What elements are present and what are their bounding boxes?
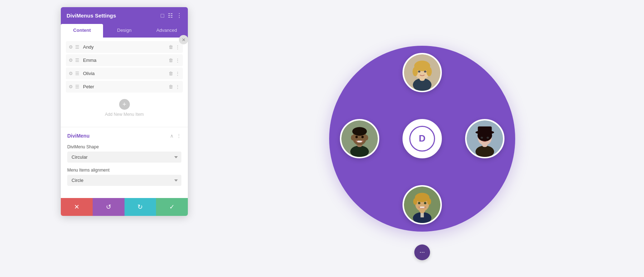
svg-point-6 [426, 67, 432, 76]
delete-icon[interactable]: 🗑 [169, 58, 173, 63]
shape-select[interactable]: Circular Square [67, 152, 181, 163]
item-icons-right: 🗑 ⋮ [169, 84, 180, 89]
duplicate-icon[interactable]: ☰ [75, 84, 79, 89]
trigger-button[interactable]: ··· [414, 244, 430, 260]
menu-item-olivia: ⚙ ☰ Olivia 🗑 ⋮ [66, 68, 183, 79]
svg-point-8 [424, 70, 426, 73]
more-icon[interactable]: ⋮ [175, 71, 180, 76]
avatar-bottom[interactable] [402, 185, 442, 224]
big-purple-circle: D [329, 46, 515, 232]
settings-icon[interactable]: ⚙ [69, 71, 73, 76]
cancel-button[interactable]: ✕ [61, 198, 93, 216]
svg-point-5 [413, 67, 418, 76]
close-button[interactable]: ✕ [179, 35, 188, 44]
svg-point-35 [427, 198, 431, 205]
panel-header: DiviMenus Settings □ ☷ ⋮ [61, 7, 188, 24]
svg-point-7 [418, 70, 420, 73]
columns-icon[interactable]: ☷ [168, 12, 173, 19]
settings-icon[interactable]: ⚙ [69, 44, 73, 50]
svg-point-26 [480, 137, 483, 139]
add-label: Add New Menu Item [105, 112, 144, 117]
trigger-dots: ··· [419, 248, 425, 256]
settings-panel: DiviMenus Settings □ ☷ ⋮ Content Design … [61, 7, 188, 216]
item-icons-left: ⚙ ☰ [69, 71, 79, 76]
svg-point-15 [365, 135, 368, 140]
more-icon[interactable]: ⋮ [175, 44, 180, 50]
avatar-right[interactable] [465, 119, 504, 158]
divimenu-section: DiviMenu ∧ ⋮ DiviMenu Shape Circular Squ… [61, 127, 188, 198]
alignment-label: Menu Items alignment [67, 168, 181, 173]
divi-letter: D [409, 126, 435, 152]
save-button[interactable]: ✓ [156, 198, 188, 216]
item-label-emma: Emma [83, 58, 169, 63]
svg-point-36 [418, 202, 420, 204]
more-icon[interactable]: ⋮ [175, 84, 180, 89]
item-label-peter: Peter [83, 84, 169, 89]
svg-rect-25 [478, 126, 492, 133]
svg-point-37 [424, 202, 426, 204]
panel-title: DiviMenus Settings [67, 13, 116, 19]
item-icons-right: 🗑 ⋮ [169, 44, 180, 50]
svg-point-34 [413, 198, 417, 205]
svg-point-14 [351, 135, 354, 140]
delete-icon[interactable]: 🗑 [169, 84, 173, 89]
duplicate-icon[interactable]: ☰ [75, 44, 79, 50]
delete-icon[interactable]: 🗑 [169, 71, 173, 76]
more-icon[interactable]: ⋮ [176, 12, 182, 19]
svg-point-27 [487, 137, 489, 139]
item-icons-right: 🗑 ⋮ [169, 71, 180, 76]
item-icons-left: ⚙ ☰ [69, 44, 79, 50]
more-icon[interactable]: ⋮ [175, 58, 180, 63]
header-icons: □ ☷ ⋮ [161, 12, 182, 19]
delete-icon[interactable]: 🗑 [169, 44, 173, 50]
divi-logo: D [404, 120, 440, 157]
svg-rect-18 [357, 140, 362, 142]
menu-item-emma: ⚙ ☰ Emma 🗑 ⋮ [66, 54, 183, 66]
undo-button[interactable]: ↺ [93, 198, 125, 216]
shape-label: DiviMenu Shape [67, 144, 181, 149]
settings-icon[interactable]: ⚙ [69, 84, 73, 89]
svg-rect-38 [420, 206, 425, 208]
add-circle-icon: + [119, 99, 130, 110]
alignment-field-group: Menu Items alignment Circle Row Column [67, 168, 181, 186]
item-label-andy: Andy [83, 44, 169, 50]
item-icons-left: ⚙ ☰ [69, 84, 79, 89]
section-title: DiviMenu [67, 133, 89, 139]
section-header-icons: ∧ ⋮ [170, 133, 181, 139]
settings-icon[interactable]: ⚙ [69, 58, 73, 63]
svg-point-17 [361, 136, 364, 138]
fullscreen-icon[interactable]: □ [161, 13, 164, 19]
section-header: DiviMenu ∧ ⋮ [67, 133, 181, 139]
redo-button[interactable]: ↻ [125, 198, 156, 216]
avatar-top[interactable] [402, 53, 442, 92]
svg-point-16 [355, 136, 357, 138]
add-new-menu-item-button[interactable]: + Add New Menu Item [66, 94, 183, 123]
tab-content[interactable]: Content [61, 24, 103, 38]
panel-body: ⚙ ☰ Andy 🗑 ⋮ ⚙ ☰ Emma 🗑 ⋮ [61, 38, 188, 198]
preview-area: D [200, 0, 644, 277]
collapse-icon[interactable]: ∧ [170, 133, 174, 139]
shape-field-group: DiviMenu Shape Circular Square [67, 144, 181, 163]
panel-tabs: Content Design Advanced ✕ [61, 24, 188, 38]
menu-item-peter: ⚙ ☰ Peter 🗑 ⋮ [66, 81, 183, 93]
alignment-select[interactable]: Circle Row Column [67, 175, 181, 186]
tab-design[interactable]: Design [103, 24, 145, 38]
item-icons-right: 🗑 ⋮ [169, 58, 180, 63]
section-more-icon[interactable]: ⋮ [176, 133, 181, 139]
menu-items-list: ⚙ ☰ Andy 🗑 ⋮ ⚙ ☰ Emma 🗑 ⋮ [61, 38, 188, 127]
avatar-center-divi[interactable]: D [402, 119, 442, 158]
duplicate-icon[interactable]: ☰ [75, 71, 79, 76]
duplicate-icon[interactable]: ☰ [75, 58, 79, 63]
avatar-left[interactable] [340, 119, 379, 158]
action-bar: ✕ ↺ ↻ ✓ [61, 198, 188, 216]
menu-item-andy: ⚙ ☰ Andy 🗑 ⋮ [66, 41, 183, 53]
item-icons-left: ⚙ ☰ [69, 58, 79, 63]
svg-point-13 [352, 127, 367, 135]
item-label-olivia: Olivia [83, 71, 169, 76]
